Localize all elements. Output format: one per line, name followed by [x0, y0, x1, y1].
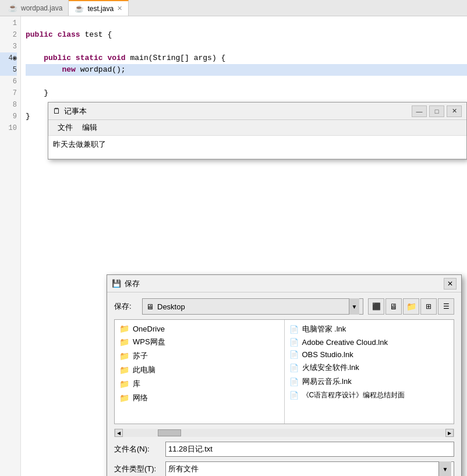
- file-item-label: 此电脑: [133, 365, 155, 375]
- code-line-5: new wordpad();: [26, 64, 467, 76]
- file-list-left: 📁 OneDrive 📁 WPS网盘 📁 苏子 📁: [115, 320, 285, 424]
- save-in-folder-icon: 🖥: [146, 302, 154, 311]
- toolbar-view-icons-btn[interactable]: ⊞: [420, 298, 437, 315]
- notepad-menu-file[interactable]: 文件: [53, 121, 77, 134]
- file-list-right: 📄 电脑管家 .lnk 📄 Adobe Creative Cloud.lnk 📄…: [285, 320, 454, 424]
- line-num-5: 5: [0, 64, 17, 76]
- list-item[interactable]: 📄 Adobe Creative Cloud.lnk: [285, 336, 454, 348]
- scroll-right-btn[interactable]: ▶: [445, 429, 454, 437]
- list-item[interactable]: 📄 火绒安全软件.lnk: [285, 361, 454, 375]
- code-line-3: [26, 41, 467, 52]
- save-in-dropdown-arrow[interactable]: ▼: [349, 298, 359, 315]
- editor-background: ☕ wordpad.java ☕ test.java ✕ 1 2 3 4◉ 5 …: [0, 0, 467, 476]
- file-item-label: 苏子: [133, 351, 148, 361]
- line-num-1: 1: [0, 17, 17, 29]
- scroll-thumb[interactable]: [158, 429, 181, 436]
- notepad-controls: — □ ✕: [412, 105, 462, 117]
- test-tab-label: test.java: [87, 5, 114, 13]
- line-num-2: 2: [0, 29, 17, 41]
- line-num-9: 9: [0, 111, 17, 122]
- dialog-title-left: 💾 保存: [112, 278, 140, 289]
- filename-input[interactable]: [165, 442, 454, 457]
- save-dialog: 💾 保存 ✕ 保存: 🖥 Desktop ▼: [107, 274, 462, 476]
- save-dialog-icon: 💾: [112, 279, 121, 288]
- line-num-8: 8: [0, 99, 17, 111]
- file-list-area: 📁 OneDrive 📁 WPS网盘 📁 苏子 📁: [114, 319, 454, 424]
- test-tab-close[interactable]: ✕: [117, 5, 122, 12]
- scroll-left-btn[interactable]: ◀: [115, 429, 123, 437]
- notepad-close-btn[interactable]: ✕: [447, 105, 462, 117]
- save-dialog-title: 保存: [125, 278, 140, 289]
- filetype-value: 所有文件: [168, 464, 199, 474]
- notepad-minimize-btn[interactable]: —: [412, 105, 427, 117]
- lnk-icon: 📄: [289, 338, 299, 347]
- file-item-label: OneDrive: [133, 325, 165, 333]
- save-in-dropdown[interactable]: 🖥 Desktop ▼: [142, 298, 363, 315]
- toolbar-back-btn[interactable]: ⬛: [368, 298, 384, 315]
- save-in-row: 保存: 🖥 Desktop ▼ ⬛ 🖥 📁: [114, 298, 454, 315]
- filetype-label: 文件类型(T):: [114, 464, 161, 474]
- notepad-title-left: 🗒 记事本: [53, 106, 87, 117]
- file-item-label: 网易云音乐.lnk: [302, 376, 352, 387]
- scroll-track[interactable]: [123, 429, 445, 437]
- code-line-6: [26, 76, 467, 87]
- minimize-icon: —: [416, 108, 423, 115]
- notepad-menu: 文件 编辑: [48, 120, 466, 136]
- folder-icon: 📁: [119, 393, 129, 403]
- wordpad-tab-label: wordpad.java: [21, 4, 62, 12]
- tab-wordpad[interactable]: ☕ wordpad.java: [2, 0, 69, 16]
- filetype-select[interactable]: 所有文件 ▼: [165, 461, 454, 476]
- code-line-4: public static void main(String[] args) {: [26, 52, 467, 64]
- notepad-icon: 🗒: [53, 107, 61, 115]
- notepad-close-icon: ✕: [452, 107, 457, 115]
- list-item[interactable]: 📄 《C语言程序设计》编程总结封面: [285, 389, 454, 402]
- list-item[interactable]: 📄 网易云音乐.lnk: [285, 375, 454, 389]
- list-item[interactable]: 📁 WPS网盘: [115, 335, 284, 349]
- folder-icon: 📁: [119, 324, 129, 333]
- line-num-7: 7: [0, 87, 17, 99]
- lnk-icon: 📄: [289, 378, 299, 386]
- folder-icon: 📁: [119, 351, 129, 361]
- file-item-label: Adobe Creative Cloud.lnk: [302, 338, 388, 347]
- folder-icon: 📁: [119, 365, 129, 375]
- line-num-6: 6: [0, 76, 17, 87]
- lnk-icon: 📄: [289, 325, 299, 334]
- notepad-maximize-btn[interactable]: □: [429, 105, 444, 117]
- lnk-icon: 📄: [289, 364, 299, 372]
- save-dialog-close-btn[interactable]: ✕: [444, 278, 457, 290]
- list-item[interactable]: 📁 OneDrive: [115, 322, 284, 335]
- filename-label: 文件名(N):: [114, 444, 161, 454]
- line-num-10: 10: [0, 122, 17, 134]
- tab-bar: ☕ wordpad.java ☕ test.java ✕: [0, 0, 467, 16]
- list-item[interactable]: 📁 苏子: [115, 349, 284, 363]
- save-dialog-close-icon: ✕: [447, 280, 453, 288]
- save-in-value: Desktop: [157, 302, 345, 311]
- notepad-menu-edit[interactable]: 编辑: [77, 121, 102, 134]
- horizontal-scrollbar[interactable]: ◀ ▶: [114, 429, 454, 437]
- toolbar-newfolder-btn[interactable]: 📁: [403, 298, 419, 315]
- list-item[interactable]: 📁 库: [115, 377, 284, 391]
- file-item-label: 《C语言程序设计》编程总结封面: [302, 390, 405, 400]
- file-item-label: 电脑管家 .lnk: [302, 324, 346, 334]
- file-item-label: 库: [133, 379, 140, 389]
- list-item[interactable]: 📄 OBS Studio.lnk: [285, 348, 454, 361]
- file-item-label: OBS Studio.lnk: [302, 350, 353, 359]
- notepad-text: 昨天去做兼职了: [53, 140, 106, 149]
- view-list-icon: ☰: [443, 302, 450, 311]
- file-item-label: 网络: [133, 393, 148, 403]
- notepad-title: 记事本: [64, 106, 87, 117]
- notepad-content[interactable]: 昨天去做兼职了: [48, 136, 466, 159]
- toolbar-view-list-btn[interactable]: ☰: [438, 298, 454, 315]
- list-item[interactable]: 📄 电脑管家 .lnk: [285, 322, 454, 336]
- list-item[interactable]: 📁 网络: [115, 391, 284, 405]
- dialog-body: 保存: 🖥 Desktop ▼ ⬛ 🖥 📁: [107, 292, 461, 476]
- list-item[interactable]: 📁 此电脑: [115, 363, 284, 377]
- view-icons-icon: ⊞: [426, 302, 431, 311]
- line-numbers: 1 2 3 4◉ 5 6 7 8 9 10: [0, 16, 21, 476]
- toolbar-icons: ⬛ 🖥 📁 ⊞ ☰: [368, 298, 454, 315]
- toolbar-desktop-btn[interactable]: 🖥: [385, 298, 402, 315]
- notepad-titlebar: 🗒 记事本 — □ ✕: [48, 103, 466, 120]
- tab-test[interactable]: ☕ test.java ✕: [69, 0, 129, 16]
- filetype-dropdown-arrow[interactable]: ▼: [438, 461, 451, 476]
- folder-icon: 📁: [119, 337, 129, 347]
